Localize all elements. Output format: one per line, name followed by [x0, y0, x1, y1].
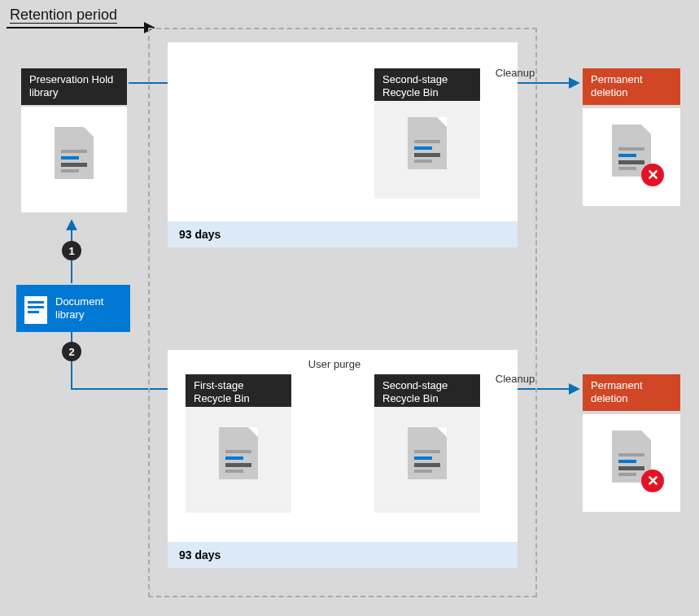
path1-permanent-deletion: Permanent deletion ✕ [583, 68, 680, 206]
svg-rect-6 [24, 296, 47, 324]
preservation-hold-block: Preservation Hold library [21, 68, 127, 212]
preservation-hold-label: Preservation Hold library [21, 68, 127, 105]
svg-rect-9 [28, 311, 39, 313]
path2-user-purge-label: User purge [306, 358, 363, 370]
document-library-label: Document library [55, 295, 124, 322]
path1-permanent-deletion-label: Permanent deletion [583, 68, 680, 105]
step-badge-1: 1 [62, 241, 81, 260]
step-badge-2: 2 [62, 342, 81, 361]
path1-days-bar: 93 days [168, 221, 518, 247]
path2-cleanup-label: Cleanup [487, 373, 544, 385]
document-icon [401, 117, 453, 182]
svg-rect-8 [28, 306, 44, 308]
path2-days-bar: 93 days [168, 542, 518, 568]
svg-rect-7 [28, 301, 44, 304]
path1-cleanup-label: Cleanup [487, 67, 544, 79]
path2-first-stage-label: First-stage Recycle Bin [186, 374, 291, 411]
document-icon [212, 427, 264, 492]
path1-second-stage-label: Second-stage Recycle Bin [374, 68, 480, 105]
path2-permanent-deletion: Permanent deletion ✕ [583, 374, 680, 512]
path2-second-stage-card [374, 407, 480, 513]
path2-panel: First-stage Recycle Bin Second-stage Rec… [168, 350, 518, 568]
document-icon [401, 427, 453, 492]
path2-second-stage-label: Second-stage Recycle Bin [374, 374, 480, 411]
retention-period-title: Retention period [10, 7, 117, 24]
document-deleted-icon: ✕ [605, 125, 657, 190]
document-icon [24, 296, 47, 324]
path1-panel: Second-stage Recycle Bin 93 days [168, 42, 518, 247]
document-icon [48, 127, 100, 192]
path2-first-stage-card [186, 407, 291, 513]
path2-permanent-deletion-label: Permanent deletion [583, 374, 680, 411]
document-library-block: Document library [16, 285, 130, 332]
document-deleted-icon: ✕ [605, 430, 657, 496]
path1-second-stage-card [374, 101, 480, 199]
